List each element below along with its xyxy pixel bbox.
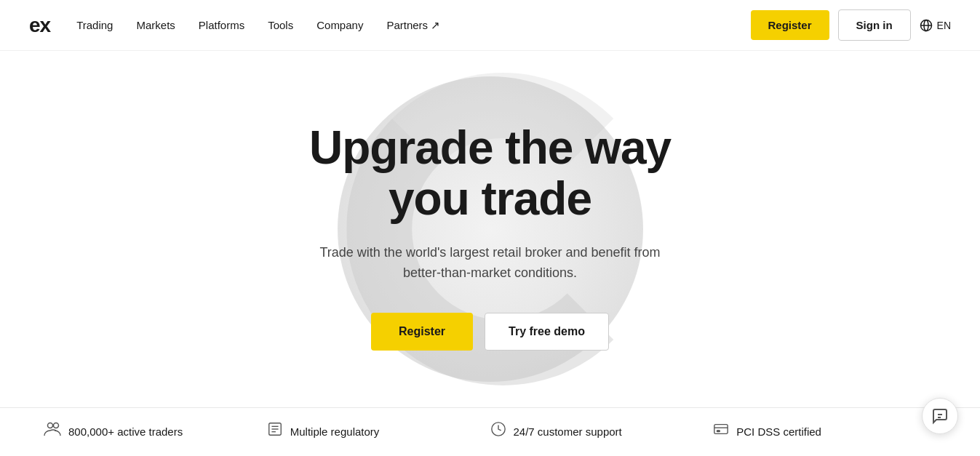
nav-right: Register Sign in EN: [751, 9, 951, 41]
hero-buttons: Register Try free demo: [301, 313, 680, 351]
bottom-item-regulatory: Multiple regulatory: [267, 421, 490, 441]
bottom-item-traders: 800,000+ active traders: [44, 422, 267, 441]
svg-point-4: [54, 423, 59, 428]
hero-section: Upgrade the way you trade Trade with the…: [0, 51, 980, 407]
nav-item-company[interactable]: Company: [316, 19, 363, 32]
hero-title: Upgrade the way you trade: [301, 122, 680, 225]
nav-left: ex Trading Markets Platforms Tools Compa…: [29, 14, 440, 37]
support-text: 24/7 customer support: [514, 425, 622, 438]
lang-button[interactable]: EN: [920, 19, 951, 32]
chat-button[interactable]: [922, 398, 958, 434]
nav-item-trading[interactable]: Trading: [76, 19, 113, 32]
regulatory-icon: [267, 421, 283, 441]
hero-demo-button[interactable]: Try free demo: [485, 313, 609, 351]
nav-item-markets[interactable]: Markets: [136, 19, 175, 32]
svg-point-3: [48, 423, 53, 428]
bottom-bar: 800,000+ active traders Multiple regulat…: [0, 407, 980, 455]
chat-icon: [931, 407, 949, 425]
regulatory-text: Multiple regulatory: [290, 425, 380, 438]
bottom-item-support: 24/7 customer support: [490, 421, 714, 441]
navbar: ex Trading Markets Platforms Tools Compa…: [0, 0, 980, 51]
pci-icon: [713, 421, 729, 441]
pci-text: PCI DSS certified: [736, 425, 821, 438]
nav-links: Trading Markets Platforms Tools Company …: [76, 19, 440, 32]
hero-title-line1: Upgrade the way: [309, 121, 671, 174]
hero-subtitle: Trade with the world's largest retail br…: [301, 242, 680, 284]
traders-icon: [44, 422, 61, 441]
bottom-item-pci: PCI DSS certified: [713, 421, 936, 441]
nav-signin-button[interactable]: Sign in: [838, 9, 911, 41]
nav-register-button[interactable]: Register: [751, 10, 829, 40]
svg-rect-10: [714, 425, 728, 434]
traders-text: 800,000+ active traders: [68, 425, 183, 438]
hero-content: Upgrade the way you trade Trade with the…: [301, 122, 680, 351]
logo[interactable]: ex: [29, 14, 50, 37]
support-icon: [490, 421, 506, 441]
lang-label: EN: [937, 20, 951, 31]
logo-text: ex: [29, 14, 50, 36]
nav-item-partners[interactable]: Partners ↗: [386, 19, 440, 32]
svg-rect-12: [717, 431, 720, 432]
hero-title-line2: you trade: [389, 172, 591, 225]
hero-register-button[interactable]: Register: [371, 313, 473, 351]
nav-item-tools[interactable]: Tools: [268, 19, 293, 32]
nav-item-platforms[interactable]: Platforms: [199, 19, 244, 32]
globe-icon: [920, 19, 933, 32]
